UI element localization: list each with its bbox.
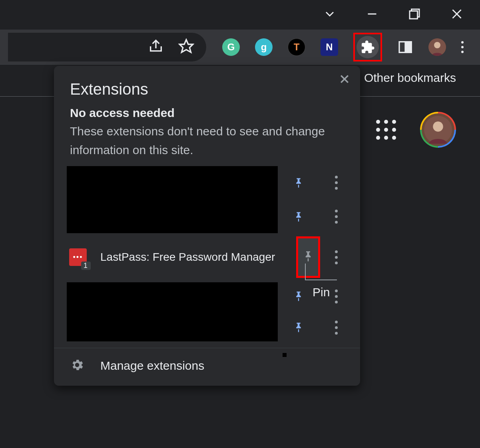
window-minimize-button[interactable] (365, 7, 379, 23)
extensions-section-desc: These extensions don't need to see and c… (54, 122, 360, 166)
window-close-button[interactable] (450, 7, 464, 23)
pin-extension-button[interactable] (287, 312, 311, 343)
omnibox-end (8, 33, 206, 61)
window-maximize-button[interactable] (407, 7, 422, 23)
svg-point-11 (433, 121, 443, 131)
pin-extension-button[interactable] (302, 250, 314, 264)
close-icon[interactable] (339, 73, 351, 87)
annotation-line (305, 264, 306, 280)
extension-t-icon[interactable]: T (288, 38, 305, 56)
svg-marker-5 (179, 40, 193, 52)
extension-badge: 1 (81, 262, 91, 270)
highlight-pin-button (296, 236, 320, 278)
pin-extension-button[interactable] (287, 166, 311, 200)
manage-extensions-button[interactable]: Manage extensions (54, 348, 360, 386)
extensions-section-heading: No access needed (54, 106, 360, 122)
annotation-line (305, 280, 337, 280)
browser-menu-button[interactable] (461, 41, 464, 53)
page-header-right (376, 112, 456, 148)
extension-more-button[interactable] (328, 312, 344, 343)
manage-extensions-label: Manage extensions (100, 359, 204, 373)
redacted-extension-block (67, 166, 278, 233)
tab-chevron-icon[interactable] (323, 7, 337, 23)
svg-rect-2 (410, 11, 418, 19)
decorative-dot (283, 353, 287, 357)
popup-title: Extensions (54, 80, 360, 106)
svg-rect-7 (405, 42, 411, 52)
pin-extension-button[interactable] (287, 281, 311, 312)
lastpass-icon: ••• 1 (69, 248, 87, 266)
window-titlebar (0, 0, 480, 30)
extensions-button[interactable] (357, 36, 379, 58)
browser-toolbar: G g T N (0, 30, 480, 65)
extension-more-button[interactable] (328, 166, 344, 200)
extension-n-icon[interactable]: N (321, 38, 338, 56)
extension-row-lastpass[interactable]: ••• 1 LastPass: Free Password Manager (65, 234, 349, 281)
profile-avatar-button[interactable] (428, 38, 446, 56)
redacted-extension-block (67, 282, 278, 341)
pin-extension-button[interactable] (287, 200, 311, 234)
extension-more-button[interactable] (328, 200, 344, 234)
highlight-extensions-button (353, 33, 382, 61)
svg-point-9 (434, 42, 440, 48)
extension-grammarly-icon[interactable]: G (222, 38, 240, 56)
google-account-avatar[interactable] (420, 112, 456, 148)
pin-tooltip: Pin (313, 285, 330, 299)
extension-more-button[interactable] (328, 281, 344, 312)
extension-g-icon[interactable]: g (255, 38, 273, 56)
gear-icon (70, 358, 84, 374)
share-icon[interactable] (148, 38, 164, 56)
extension-more-button[interactable] (328, 234, 344, 281)
google-apps-button[interactable] (376, 120, 396, 140)
other-bookmarks-button[interactable]: Other bookmarks (364, 71, 456, 85)
bookmark-star-icon[interactable] (178, 38, 194, 56)
extensions-popup: Extensions No access needed These extens… (54, 66, 360, 386)
side-panel-button[interactable] (397, 39, 413, 55)
